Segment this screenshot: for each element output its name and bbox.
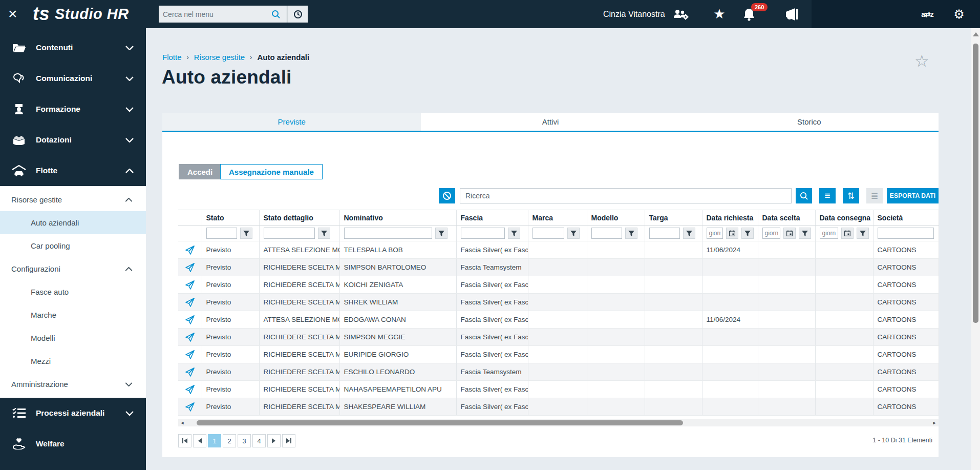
submenu-group-risorse-gestite[interactable]: Risorse gestite: [0, 188, 146, 211]
column-header[interactable]: Società: [873, 210, 939, 226]
filter-input-stato[interactable]: [206, 228, 237, 239]
send-plane-cell[interactable]: [178, 259, 202, 276]
table-row[interactable]: PrevistoATTESA SELEZIONE MO...EDOGAWA CO…: [178, 311, 939, 329]
table-row[interactable]: PrevistoRICHIEDERE SCELTA M...SHREK WILL…: [178, 294, 939, 311]
accedi-button[interactable]: Accedi: [179, 164, 221, 179]
last-page-button[interactable]: [282, 434, 295, 447]
funnel-icon[interactable]: [567, 228, 580, 239]
send-plane-cell[interactable]: [178, 276, 202, 294]
menu-search-input[interactable]: [159, 10, 271, 18]
filter-date-richiesta[interactable]: [707, 228, 723, 239]
sidebar-item-formazione[interactable]: Formazione: [0, 94, 146, 125]
submenu-group-amministrazione[interactable]: Amministrazione: [0, 373, 146, 396]
funnel-icon[interactable]: [435, 228, 448, 239]
filter-date-consegna[interactable]: [820, 228, 838, 239]
send-plane-cell[interactable]: [178, 311, 202, 329]
table-row[interactable]: PrevistoRICHIEDERE SCELTA M...KOICHI ZEN…: [178, 276, 939, 294]
filter-input-nominativo[interactable]: [344, 228, 432, 239]
submenu-item-car-pooling[interactable]: Car pooling: [0, 234, 146, 257]
sidebar-item-welfare[interactable]: Welfare: [0, 428, 146, 459]
submenu-item-mezzi[interactable]: Mezzi: [0, 350, 146, 373]
tab-previste[interactable]: Previste: [162, 113, 421, 131]
translate-icon[interactable]: a⇄z: [913, 0, 942, 28]
funnel-icon[interactable]: [240, 228, 252, 239]
tab-storico[interactable]: Storico: [680, 113, 939, 131]
search-history-icon[interactable]: [287, 6, 308, 23]
sidebar-item-dotazioni[interactable]: Dotazioni: [0, 125, 146, 155]
funnel-icon[interactable]: [508, 228, 520, 239]
funnel-icon[interactable]: [318, 228, 330, 239]
table-row[interactable]: PrevistoRICHIEDERE SCELTA M...ESCHILO LE…: [178, 363, 939, 381]
next-page-button[interactable]: [267, 434, 281, 447]
vertical-scrollbar[interactable]: [971, 28, 980, 470]
breadcrumb-link-flotte[interactable]: Flotte: [162, 53, 182, 62]
first-page-button[interactable]: [178, 434, 191, 447]
sidebar-item-clipped[interactable]: [0, 459, 146, 470]
submenu-item-auto-aziendali[interactable]: Auto aziendali: [0, 211, 146, 234]
filter-input-targa[interactable]: [649, 228, 680, 239]
page-button-3[interactable]: 3: [238, 434, 251, 447]
sidebar-item-comunicazioni[interactable]: Comunicazioni: [0, 63, 146, 94]
funnel-icon[interactable]: [799, 228, 811, 239]
page-button-2[interactable]: 2: [223, 434, 236, 447]
announcements-megaphone-icon[interactable]: [780, 0, 803, 28]
send-plane-cell[interactable]: [178, 329, 202, 346]
user-name[interactable]: Cinzia Vitanostra: [603, 0, 665, 28]
columns-menu-button[interactable]: ≡: [819, 188, 836, 203]
page-button-4[interactable]: 4: [252, 434, 266, 447]
sort-button[interactable]: ⇅: [843, 188, 859, 203]
assegnazione-manuale-button[interactable]: Assegnazione manuale: [220, 164, 323, 179]
column-header[interactable]: Data scelta: [758, 210, 815, 226]
submenu-item-fasce-auto[interactable]: Fasce auto: [0, 280, 146, 303]
prev-page-button[interactable]: [193, 434, 206, 447]
settings-gear-icon[interactable]: ⚙: [947, 0, 971, 28]
hscroll-right-icon[interactable]: ►: [930, 420, 939, 425]
search-icon[interactable]: [271, 10, 287, 19]
table-row[interactable]: PrevistoRICHIEDERE SCELTA M...EURIPIDE G…: [178, 346, 939, 363]
funnel-icon[interactable]: [857, 228, 869, 239]
sidebar-item-processi-aziendali[interactable]: Processi aziendali: [0, 398, 146, 428]
esporta-dati-button[interactable]: ESPORTA DATI: [887, 188, 939, 203]
ricerca-input[interactable]: [460, 188, 792, 203]
column-header[interactable]: Modello: [587, 210, 645, 226]
submenu-group-configurazioni[interactable]: Configurazioni: [0, 257, 146, 280]
column-header[interactable]: Fascia: [456, 210, 528, 226]
hscroll-thumb[interactable]: [197, 420, 683, 425]
tab-attivi[interactable]: Attivi: [421, 113, 679, 131]
page-button-1[interactable]: 1: [208, 434, 221, 447]
sidebar-item-contenuti[interactable]: Contenuti: [0, 32, 146, 63]
clear-filter-button[interactable]: [439, 188, 455, 203]
favorite-page-star-icon[interactable]: ☆: [914, 51, 929, 71]
send-plane-cell[interactable]: [178, 294, 202, 311]
table-search-button[interactable]: [796, 188, 812, 203]
filter-input-stato-dettaglio[interactable]: [264, 228, 315, 239]
table-row[interactable]: PrevistoRICHIEDERE SCELTA M...SIMPSON BA…: [178, 259, 939, 276]
vscroll-up-icon[interactable]: [973, 32, 979, 36]
column-header[interactable]: Data consegna: [815, 210, 873, 226]
calendar-icon[interactable]: [783, 228, 796, 239]
close-menu-icon[interactable]: ×: [8, 4, 17, 24]
filter-input-fascia[interactable]: [461, 228, 505, 239]
table-row[interactable]: PrevistoRICHIEDERE SCELTA M...SIMPSON ME…: [178, 329, 939, 346]
send-plane-cell[interactable]: [178, 241, 202, 259]
vscroll-thumb[interactable]: [973, 44, 978, 323]
send-plane-cell[interactable]: [178, 381, 202, 398]
funnel-icon[interactable]: [741, 228, 754, 239]
column-header[interactable]: Targa: [645, 210, 702, 226]
hscroll-track[interactable]: [186, 420, 930, 425]
column-header[interactable]: Data richiesta: [702, 210, 758, 226]
calendar-icon[interactable]: [841, 228, 854, 239]
submenu-item-marche[interactable]: Marche: [0, 303, 146, 326]
submenu-item-modelli[interactable]: Modelli: [0, 326, 146, 350]
table-row[interactable]: PrevistoATTESA SELEZIONE MO...TELESPALLA…: [178, 241, 939, 259]
send-plane-cell[interactable]: [178, 363, 202, 381]
sidebar-item-flotte[interactable]: Flotte: [0, 155, 146, 186]
funnel-icon[interactable]: [683, 228, 695, 239]
favorites-star-icon[interactable]: ★: [709, 0, 730, 28]
breadcrumb-link-risorse-gestite[interactable]: Risorse gestite: [194, 53, 245, 62]
filter-input-societa[interactable]: [878, 228, 934, 239]
funnel-icon[interactable]: [625, 228, 637, 239]
detail-view-button[interactable]: ≣: [866, 188, 883, 203]
filter-date-scelta[interactable]: [762, 228, 780, 239]
horizontal-scrollbar[interactable]: ◄ ►: [178, 419, 939, 426]
